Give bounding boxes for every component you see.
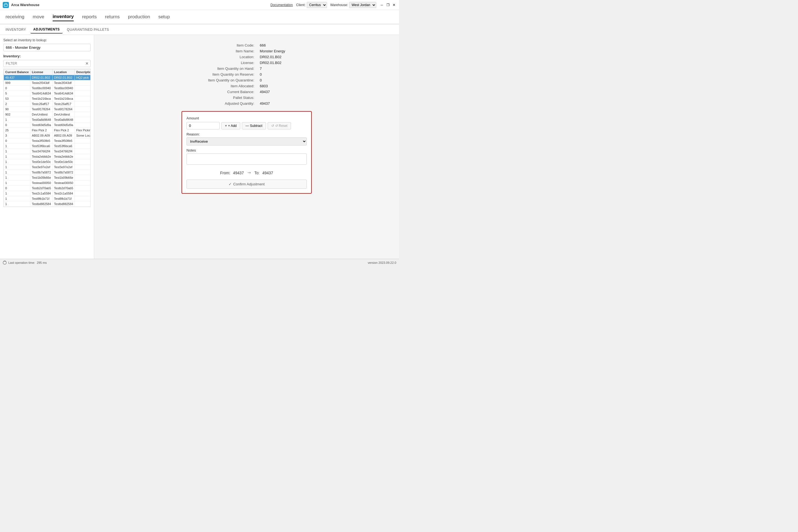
nav-production[interactable]: production [128,13,150,21]
cell-license: Test53f6bca6 [30,144,52,149]
cell-balance: 0 [4,86,31,91]
status-bar: Last operation time: 295 ms version 2023… [0,259,399,266]
right-panel: Item Code: 666 Item Name: Monster Energy… [94,35,399,259]
table-row[interactable]: 3 AB02.09.A09 AB02.09.A09 Some Location … [4,133,91,138]
reason-select[interactable]: InvReceive Adjustment Damage Expired Oth… [187,137,307,146]
table-row[interactable]: 0 Test6bc00940 Test6bc00940 12312312323 … [4,86,91,91]
table-row[interactable]: 49,437 DR02.01.B02 DR02.01.B02 HQ2 pick … [4,75,91,80]
table-row[interactable]: 5 Test6414d634 Test6414d634 17286 5 [4,91,91,96]
cell-license: Test3e97e2ef [30,165,52,170]
app-icon [3,2,9,8]
nav-reports[interactable]: reports [82,13,97,21]
table-row[interactable]: 1 Test53f6bca6 Test53f6bca6 1 [4,144,91,149]
filter-clear-button[interactable]: ✕ [84,60,90,67]
table-row[interactable]: 1 Test0a8d9648 Test0a8d9648 147258 1 [4,117,91,122]
table-row[interactable]: 53 Test1b216bca Test1b216bca 53 [4,96,91,101]
cell-description [75,80,91,86]
confirm-label: Confirm Adjustment [233,182,265,186]
nav-setup[interactable]: setup [158,13,170,21]
filter-bar: ✕ [3,60,91,67]
adjusted-qty-label: Adjusted Quantity: [102,101,254,106]
item-name-value: Monster Energy [260,49,391,53]
table-row[interactable]: 90 Test6f178264 Test6f178264 90 [4,107,91,112]
cell-balance: 1 [4,180,31,186]
title-bar: Arca Warehouse Documentation Client: Cer… [0,0,399,10]
table-row[interactable]: 1 Test8fb1b71f Test8fb1b71f 1 [4,196,91,202]
license-label: License: [102,61,254,65]
cell-location: DevUnittest [53,112,75,117]
table-row[interactable]: 1 Test347662f4 Test347662f4 1 [4,149,91,154]
table-row[interactable]: 1 Testead30050 Testead30050 1 [4,180,91,186]
table-row[interactable]: 0 Testb2d70ab5 Testb2d70ab5 1 [4,186,91,191]
table-row[interactable]: 1 Test1b09b66e Test1b09b66e 1 [4,175,91,180]
cell-balance: 25 [4,128,31,133]
cell-description [75,96,91,101]
cell-location: Test8b7a5872 [53,170,75,175]
warehouse-select[interactable]: West Jordan [349,2,376,8]
cell-balance: 1 [4,149,31,154]
cell-balance: 1 [4,159,31,165]
cell-license: Flex Pick 2 [30,128,52,133]
confirm-adjustment-button[interactable]: ✓ Confirm Adjustment [187,179,307,189]
title-bar-left: Arca Warehouse [3,2,39,8]
add-button[interactable]: + + Add [222,122,240,129]
nav-receiving[interactable]: receiving [5,13,24,21]
cell-location: Test53f6bca6 [53,144,75,149]
cell-balance: 3 [4,133,31,138]
window-controls: ─ ❐ ✕ [380,3,396,7]
notes-input[interactable] [187,153,307,165]
arrow-icon: → [247,170,252,176]
cell-location: Testbd882584 [53,202,75,207]
table-row[interactable]: 0 Testd69d5d9a Testd69d5d9a 0 [4,122,91,128]
filter-input[interactable] [4,60,84,66]
table-row[interactable]: 2 Testc26aff17 Testc26aff17 2 [4,101,91,107]
subtract-button[interactable]: — Subtract [242,122,266,129]
amount-input[interactable] [187,122,220,129]
cell-location: Testb2d70ab5 [53,186,75,191]
cell-description: Some Location [75,133,91,138]
cell-license: Test6414d634 [30,91,52,96]
reset-button[interactable]: ↺ ↺ Reset [268,122,291,129]
svg-rect-0 [4,4,7,6]
item-allocated-label: Item Allocated: [102,84,254,88]
nav-inventory[interactable]: inventory [53,13,74,21]
table-row[interactable]: 1 Test8b7a5872 Test8b7a5872 1 [4,170,91,175]
table-row[interactable]: 0 Testa3f508b5 Testa3f508b5 0 [4,138,91,144]
pallet-status-value [260,96,391,100]
warehouse-label: Warehouse: [330,3,348,7]
documentation-link[interactable]: Documentation [270,3,293,7]
cell-balance: 1 [4,170,31,175]
table-row[interactable]: 1 Test2c1a5584 Test2c1a5584 0 [4,191,91,196]
cell-license: AB02.09.A09 [30,133,52,138]
cell-license: Test6f178264 [30,107,52,112]
restore-button[interactable]: ❐ [386,3,390,7]
cell-description [75,122,91,128]
cell-description [75,191,91,196]
close-button[interactable]: ✕ [392,3,396,7]
table-row[interactable]: 1 Test0e1de50c Test0e1de50c 1 [4,159,91,165]
cell-location: Flex Pick 2 [53,128,75,133]
cell-description [75,170,91,175]
cell-license: Test6bc00940 [30,86,52,91]
item-details: Item Code: 666 Item Name: Monster Energy… [102,43,391,106]
table-row[interactable]: 1 Testbd882584 Testbd882584 1 [4,202,91,207]
item-code-label: Item Code: [102,43,254,48]
subnav-inventory[interactable]: INVENTORY [3,26,29,33]
client-selector: Client: Cerritus [296,2,327,8]
nav-returns[interactable]: returns [105,13,120,21]
version-label: version 2023.09.22.0 [368,261,396,264]
cell-description [75,101,91,107]
table-row[interactable]: 999 Teste2f343df Teste2f343df 7 999 [4,80,91,86]
table-row[interactable]: 1 Test3e97e2ef Test3e97e2ef 1 [4,165,91,170]
nav-move[interactable]: move [33,13,44,21]
cell-license: Test2c1a5584 [30,191,52,196]
table-row[interactable]: 902 DevUnittest DevUnittest 902 [4,112,91,117]
subnav-quarantined[interactable]: QUARANTINED PALLETS [64,26,112,33]
cell-balance: 90 [4,107,31,112]
minimize-button[interactable]: ─ [380,3,384,7]
table-row[interactable]: 1 Testa2ebbb2e Testa2ebbb2e 1 [4,154,91,159]
inventory-lookup-input[interactable] [3,44,91,51]
subnav-adjustments[interactable]: ADJUSTMENTS [31,26,63,34]
client-select[interactable]: Cerritus [307,2,327,8]
table-row[interactable]: 25 Flex Pick 2 Flex Pick 2 Flex Picking … [4,128,91,133]
